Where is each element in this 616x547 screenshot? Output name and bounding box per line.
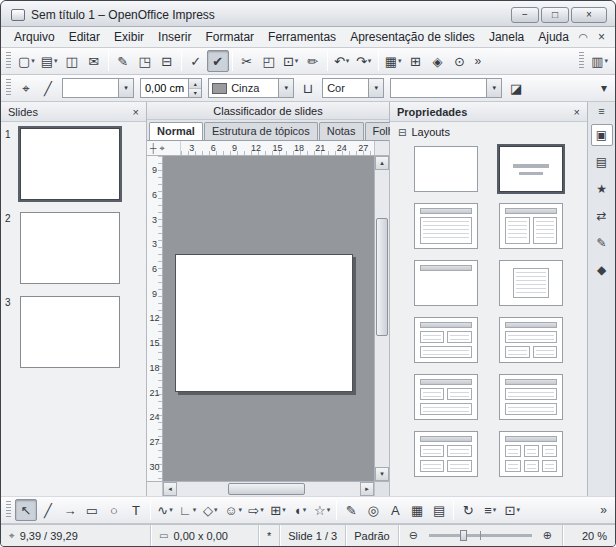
toolbar-grip[interactable] [6, 52, 11, 70]
horizontal-scrollbar[interactable]: ◂ ▸ [163, 482, 374, 496]
slide-canvas[interactable] [163, 156, 374, 481]
copy-button[interactable]: ◰ [258, 50, 280, 72]
connector-button[interactable]: ∟ ▾ [176, 499, 199, 521]
horizontal-scroll-track[interactable] [177, 482, 360, 496]
toolbar-overflow-button[interactable]: » [470, 54, 485, 68]
cut-button[interactable]: ✂ [236, 50, 258, 72]
spinner-up-icon[interactable]: ▴ [189, 79, 201, 89]
scroll-up-icon[interactable]: ▴ [375, 156, 389, 170]
area-fill-button[interactable]: ⊔ [297, 77, 319, 99]
menu-item[interactable]: Editar [62, 28, 107, 46]
symbol-shapes-button[interactable]: ☺ ▾ [221, 499, 245, 521]
layout-title-two-content[interactable] [499, 203, 563, 249]
maximize-button[interactable]: □ [541, 7, 569, 23]
layout-two-content-over-content[interactable] [414, 374, 478, 420]
text-button[interactable]: T [125, 499, 147, 521]
view-tab[interactable]: Normal [149, 122, 203, 140]
edit-points-button[interactable]: ⌖ [15, 77, 37, 99]
layout-title-content[interactable] [414, 203, 478, 249]
toolbar-options-button[interactable]: ▾ [597, 81, 611, 95]
layout-centered-text[interactable] [499, 260, 563, 306]
toolbar-overflow-button[interactable]: » [596, 503, 611, 517]
menu-item[interactable]: Inserir [151, 28, 198, 46]
select-button[interactable]: ↖ [15, 499, 37, 521]
menu-item[interactable]: Exibir [107, 28, 151, 46]
slide-page[interactable] [175, 254, 353, 392]
gallery-tab[interactable]: ▤ [591, 151, 613, 173]
navigator-tab[interactable]: ◆ [591, 259, 613, 281]
export-pdf-button[interactable]: ◳ [134, 50, 156, 72]
arrow-button[interactable]: → [59, 499, 81, 521]
scroll-right-icon[interactable]: ▸ [360, 482, 374, 496]
print-button[interactable]: ⊟ [156, 50, 178, 72]
flowchart-button[interactable]: ⊞ ▾ [267, 499, 289, 521]
edit-file-button[interactable]: ✎ [112, 50, 134, 72]
view-tab[interactable]: Estrutura de tópicos [204, 122, 318, 140]
layouts-section-header[interactable]: ⊟ Layouts [390, 122, 587, 142]
fill-type-select[interactable]: Cor ▾ [322, 78, 384, 98]
zoom-slider-thumb[interactable] [460, 530, 467, 541]
sidebar-menu-icon[interactable]: ≡ [598, 105, 604, 117]
zoom-in-button[interactable]: ⊕ [541, 529, 554, 542]
layout-four-content[interactable] [414, 431, 478, 477]
slide-thumbnail[interactable] [20, 296, 120, 368]
chevron-down-icon[interactable]: ▾ [368, 79, 383, 97]
layout-content-and-two-content[interactable] [499, 317, 563, 363]
navigator-button[interactable]: ◈ [426, 50, 448, 72]
line-button[interactable]: ╱ [37, 77, 59, 99]
tab-stop-icon[interactable]: ┼ [150, 143, 156, 153]
collapse-section-icon[interactable]: ⊟ [398, 127, 406, 138]
from-file-button[interactable]: ▦ [406, 499, 428, 521]
callouts-button[interactable]: ◖ ▾ [289, 499, 311, 521]
scroll-left-icon[interactable]: ◂ [163, 482, 177, 496]
title-bar[interactable]: Sem título 1 – OpenOffice Impress − □ × [1, 1, 615, 27]
vertical-scroll-thumb[interactable] [376, 218, 388, 337]
line-width-spinner[interactable]: 0,00 cm ▴ ▾ [140, 78, 202, 98]
toolbar-grip[interactable] [579, 52, 584, 70]
table-button[interactable]: ▦ ▾ [382, 50, 405, 72]
line-style-select[interactable]: ▾ [62, 78, 134, 98]
spinner-down-icon[interactable]: ▾ [189, 89, 201, 98]
fill-color-select[interactable]: ▾ [390, 78, 502, 98]
slides-panel-close-button[interactable]: × [131, 106, 141, 118]
rotate-button[interactable]: ↻ [457, 499, 479, 521]
chevron-down-icon[interactable]: ▾ [486, 79, 501, 97]
menu-item[interactable]: Janela [482, 28, 531, 46]
scroll-down-icon[interactable]: ▾ [375, 467, 389, 481]
close-document-button[interactable]: × [594, 30, 609, 44]
slide-thumbnail[interactable] [20, 212, 120, 284]
open-button[interactable]: ▤ ▾ [38, 50, 61, 72]
zoom-level[interactable]: 20 % [582, 530, 607, 542]
vertical-scrollbar[interactable]: ▴ ▾ [374, 156, 389, 481]
redo-button[interactable]: ↷ ▾ [353, 50, 375, 72]
layout-blank[interactable] [414, 146, 478, 192]
slide-sorter-toolbar-title[interactable]: Classificador de slides [147, 102, 389, 120]
stars-button[interactable]: ☆ ▾ [311, 499, 333, 521]
slide-thumbnail[interactable] [20, 128, 120, 200]
zoom-button[interactable]: ⊙ [448, 50, 470, 72]
new-document-button[interactable]: ▢ ▾ [15, 50, 38, 72]
properties-panel-close-button[interactable]: × [572, 106, 582, 118]
layout-title-only[interactable] [414, 260, 478, 306]
toolbar-grip[interactable] [6, 501, 11, 519]
presentation-button[interactable]: ▥ ▾ [588, 50, 611, 72]
menu-item[interactable]: Ferramentas [261, 28, 343, 46]
slide-transition-tab[interactable]: ⇄ [591, 205, 613, 227]
template-name[interactable]: Padrão [354, 530, 389, 542]
ellipse-button[interactable]: ○ [103, 499, 125, 521]
block-arrows-button[interactable]: ⇨ ▾ [245, 499, 267, 521]
chevron-down-icon[interactable]: ▾ [278, 79, 293, 97]
chevron-down-icon[interactable]: ▾ [118, 79, 133, 97]
menu-item[interactable]: Arquivo [7, 28, 62, 46]
align-button[interactable]: ≡ ▾ [479, 499, 501, 521]
view-tab[interactable]: Notas [319, 122, 364, 140]
save-button[interactable]: ◫ [61, 50, 83, 72]
close-button[interactable]: × [571, 7, 607, 23]
email-button[interactable]: ✉ [83, 50, 105, 72]
menu-item[interactable]: Ajuda [531, 28, 576, 46]
toolbar-grip[interactable] [6, 79, 11, 97]
layout-two-content-and-content[interactable] [414, 317, 478, 363]
vertical-scroll-track[interactable] [375, 170, 389, 467]
undo-button[interactable]: ↶ ▾ [331, 50, 353, 72]
horizontal-scroll-thumb[interactable] [228, 483, 305, 495]
